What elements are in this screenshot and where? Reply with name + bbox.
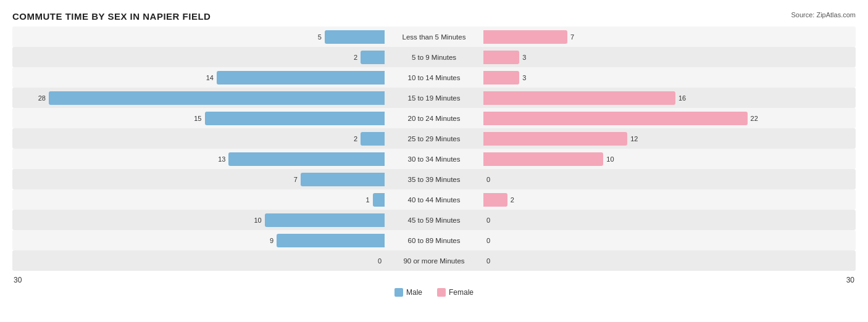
row-label: 35 to 39 Minutes [385,176,483,183]
legend-male: Male [394,288,422,297]
female-bar [483,91,675,105]
female-outer-value: 0 [486,176,490,183]
chart-row: 735 to 39 Minutes0 [12,169,856,189]
male-bar [205,112,385,125]
row-label: 5 to 9 Minutes [385,54,483,61]
female-section: 2 [483,189,856,210]
axis-left: 30 [14,276,22,284]
chart-container: COMMUTE TIME BY SEX IN NAPIER FIELD Sour… [0,0,868,322]
male-bar [361,132,385,146]
female-outer-value: 0 [486,237,490,244]
female-outer-value: 7 [570,33,574,41]
male-outer-value: 2 [354,135,357,142]
legend-male-box [394,288,403,297]
female-outer-value: 0 [486,217,490,224]
male-section: 15 [12,108,385,128]
chart-row: 5Less than 5 Minutes7 [12,27,856,47]
axis-labels: 30 30 [12,276,856,284]
female-section: 0 [483,210,856,230]
female-section: 3 [483,67,856,88]
male-section: 5 [12,27,385,47]
legend-female-box [437,288,446,297]
female-section: 7 [483,27,856,47]
male-section: 10 [12,210,385,230]
row-label: Less than 5 Minutes [385,33,483,41]
row-label: 60 to 89 Minutes [385,237,483,244]
row-label: 90 or more Minutes [385,257,483,265]
male-section: 28 [12,88,385,108]
legend-female: Female [437,288,474,297]
row-label: 10 to 14 Minutes [385,74,483,81]
female-section: 0 [483,250,856,271]
male-section: 9 [12,230,385,250]
female-section: 16 [483,88,856,108]
female-section: 10 [483,149,856,169]
female-bar [483,71,519,85]
male-bar [361,51,385,64]
male-bar [49,91,385,105]
row-label: 25 to 29 Minutes [385,135,483,142]
female-outer-value: 0 [486,257,490,265]
male-bar [301,173,385,186]
row-label: 45 to 59 Minutes [385,217,483,224]
male-section: 2 [12,47,385,67]
male-bar [373,193,385,207]
chart-area: 5Less than 5 Minutes725 to 9 Minutes3141… [12,27,856,273]
female-outer-value: 12 [630,135,638,142]
female-section: 0 [483,230,856,250]
female-bar [483,112,748,125]
chart-row: 090 or more Minutes0 [12,250,856,271]
female-outer-value: 3 [522,74,526,81]
female-bar [483,51,519,64]
male-outer-value: 13 [218,155,225,163]
female-outer-value: 22 [751,115,758,122]
row-label: 15 to 19 Minutes [385,94,483,102]
female-section: 12 [483,128,856,149]
male-outer-value: 28 [38,94,46,102]
female-bar [483,152,603,166]
female-section: 22 [483,108,856,128]
female-outer-value: 10 [606,155,614,163]
male-outer-value: 5 [318,33,322,41]
female-bar [483,193,507,207]
male-outer-value: 0 [378,257,382,265]
female-bar [483,30,567,44]
female-outer-value: 3 [522,54,526,61]
male-outer-value: 9 [270,237,273,244]
male-section: 13 [12,149,385,169]
row-label: 20 to 24 Minutes [385,115,483,122]
male-section: 0 [12,250,385,271]
female-outer-value: 16 [678,94,686,102]
male-bar [277,234,385,247]
male-outer-value: 1 [365,196,369,204]
legend: Male Female [12,288,856,297]
axis-right: 30 [846,276,854,284]
chart-row: 1330 to 34 Minutes10 [12,149,856,169]
male-section: 1 [12,189,385,210]
male-section: 14 [12,67,385,88]
legend-male-label: Male [406,288,422,297]
male-outer-value: 2 [354,54,357,61]
chart-row: 1520 to 24 Minutes22 [12,108,856,128]
male-outer-value: 10 [254,217,261,224]
male-outer-value: 14 [206,74,214,81]
chart-row: 25 to 9 Minutes3 [12,47,856,67]
chart-row: 960 to 89 Minutes0 [12,230,856,250]
male-outer-value: 7 [294,176,298,183]
chart-row: 2815 to 19 Minutes16 [12,88,856,108]
row-label: 40 to 44 Minutes [385,196,483,204]
male-section: 2 [12,128,385,149]
source-label: Source: ZipAtlas.com [791,11,856,19]
male-bar [265,213,385,227]
female-bar [483,132,627,146]
male-section: 7 [12,169,385,189]
legend-female-label: Female [449,288,474,297]
chart-row: 225 to 29 Minutes12 [12,128,856,149]
female-section: 0 [483,169,856,189]
chart-title: COMMUTE TIME BY SEX IN NAPIER FIELD [12,11,856,22]
row-label: 30 to 34 Minutes [385,155,483,163]
male-bar [325,30,385,44]
chart-row: 140 to 44 Minutes2 [12,189,856,210]
female-outer-value: 2 [511,196,514,204]
female-section: 3 [483,47,856,67]
